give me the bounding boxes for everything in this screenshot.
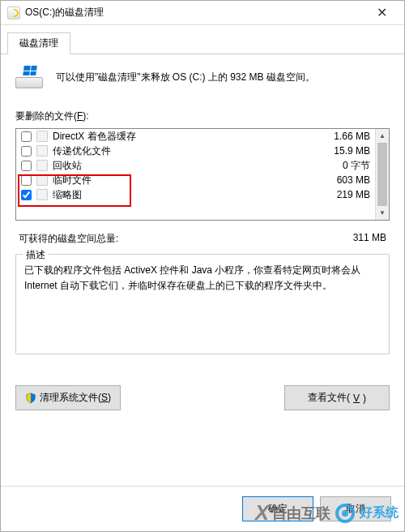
description-text: 已下载的程序文件包括 ActiveX 控件和 Java 小程序，你查看特定网页时… [24, 263, 381, 294]
file-name: 临时文件 [53, 174, 313, 187]
close-button[interactable]: ✕ [365, 2, 398, 24]
clean-system-files-button[interactable]: 清理系统文件(S) [15, 385, 121, 410]
tab-disk-cleanup[interactable]: 磁盘清理 [7, 32, 70, 54]
scroll-thumb[interactable] [377, 143, 387, 206]
shield-icon [25, 393, 36, 404]
file-row[interactable]: 传递优化文件15.9 MB [16, 144, 375, 158]
file-type-icon [36, 160, 48, 171]
content-area: 可以使用"磁盘清理"来释放 OS (C:) 上的 932 MB 磁盘空间。 要删… [1, 54, 404, 486]
file-size: 15.9 MB [313, 145, 370, 157]
view-files-button[interactable]: 查看文件(V) [284, 385, 390, 410]
total-label: 可获得的磁盘空间总量: [19, 232, 118, 246]
file-checkbox[interactable] [21, 146, 32, 157]
files-to-delete-label: 要删除的文件(F): [15, 109, 390, 123]
file-type-icon [36, 145, 48, 157]
file-row[interactable]: 回收站0 字节 [16, 158, 375, 173]
cancel-button[interactable]: 取消 [320, 496, 391, 521]
window-title: OS(C:)的磁盘清理 [25, 6, 365, 19]
intro-row: 可以使用"磁盘清理"来释放 OS (C:) 上的 932 MB 磁盘空间。 [15, 66, 390, 88]
file-list: DirectX 着色器缓存1.66 MB传递优化文件15.9 MB回收站0 字节… [15, 128, 390, 221]
scrollbar[interactable]: ▲ ▼ [375, 129, 389, 220]
file-name: 传递优化文件 [53, 144, 313, 158]
file-size: 603 MB [313, 174, 370, 186]
file-type-icon [36, 131, 48, 142]
file-row[interactable]: DirectX 着色器缓存1.66 MB [16, 129, 375, 144]
file-checkbox[interactable] [21, 190, 32, 200]
tab-bar: 磁盘清理 [1, 25, 404, 54]
file-name: DirectX 着色器缓存 [53, 130, 313, 144]
file-checkbox[interactable] [21, 131, 32, 142]
file-size: 0 字节 [313, 159, 370, 173]
file-checkbox[interactable] [21, 161, 32, 171]
file-row[interactable]: 缩略图219 MB [16, 187, 375, 202]
dialog-window: OS(C:)的磁盘清理 ✕ 磁盘清理 可以使用"磁盘清理"来释放 OS (C:)… [0, 0, 405, 532]
description-group: 描述 已下载的程序文件包括 ActiveX 控件和 Java 小程序，你查看特定… [15, 254, 390, 354]
total-value: 311 MB [353, 232, 386, 246]
footer: 确定 取消 [1, 486, 404, 531]
button-row: 清理系统文件(S) 查看文件(V) [15, 385, 390, 410]
file-size: 219 MB [313, 189, 370, 200]
file-name: 缩略图 [53, 188, 313, 202]
ok-button[interactable]: 确定 [242, 496, 313, 521]
file-type-icon [36, 174, 48, 186]
file-name: 回收站 [53, 159, 313, 173]
total-row: 可获得的磁盘空间总量: 311 MB [15, 232, 390, 246]
scroll-down-icon[interactable]: ▼ [376, 206, 389, 220]
file-type-icon [36, 189, 48, 200]
scroll-up-icon[interactable]: ▲ [376, 129, 389, 143]
titlebar: OS(C:)的磁盘清理 ✕ [1, 1, 404, 25]
intro-text: 可以使用"磁盘清理"来释放 OS (C:) 上的 932 MB 磁盘空间。 [56, 70, 315, 84]
file-row[interactable]: 临时文件603 MB [16, 173, 375, 187]
app-icon [7, 6, 20, 19]
description-legend: 描述 [23, 248, 49, 262]
file-size: 1.66 MB [313, 131, 370, 142]
file-checkbox[interactable] [21, 175, 32, 186]
drive-icon [15, 66, 45, 88]
